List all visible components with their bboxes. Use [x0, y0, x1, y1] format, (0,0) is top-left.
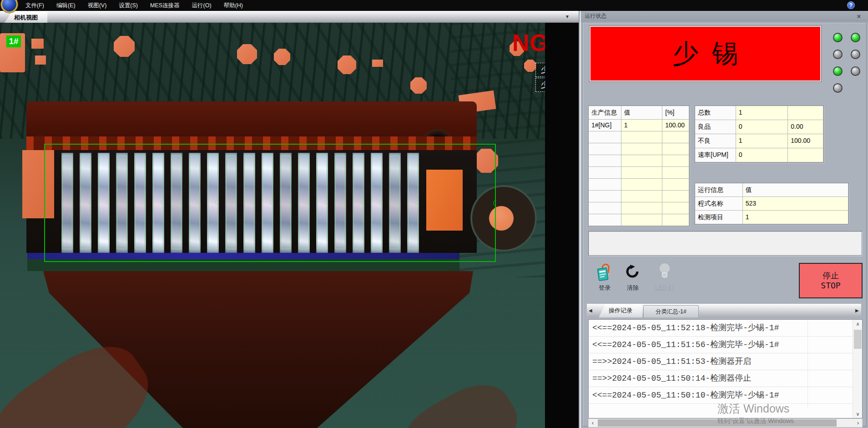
panel-title: 运行状态 [581, 11, 868, 21]
led-indicator-on [851, 33, 860, 42]
table-cell: 1 [621, 120, 663, 131]
table-cell [662, 155, 689, 167]
table-cell: 523 [743, 197, 848, 211]
tab-scroll-right-icon[interactable]: ▶ [855, 308, 859, 313]
table-row: 速率[UPM]0 [695, 148, 823, 162]
table-cell: 0.00 [788, 120, 823, 134]
panel-divider [579, 11, 581, 428]
stop-button[interactable]: 停止 STOP [799, 263, 863, 298]
scroll-up-icon[interactable]: ∧ [853, 320, 863, 328]
table-cell [662, 202, 689, 214]
menu-item-1[interactable]: 文件(F) [25, 2, 44, 10]
menu-item-4[interactable]: 设置(S) [119, 2, 138, 10]
table-cell: 程式名称 [695, 197, 743, 211]
log-vertical-scrollbar[interactable]: ∧ ∨ [853, 320, 862, 418]
help-icon[interactable]: ? [847, 1, 855, 9]
led-indicator-on [833, 66, 843, 76]
table-cell: 不良 [695, 134, 736, 148]
led-indicator-on [833, 33, 843, 42]
scroll-right-icon[interactable]: › [854, 419, 862, 427]
log-tab-strip: ◀ 操作记录 分类汇总-1# ▶ [587, 304, 861, 317]
menu-item-2[interactable]: 编辑(E) [56, 2, 76, 10]
log-column-divider [807, 320, 808, 409]
table-cell [621, 131, 663, 143]
table-cell: 生产信息 [589, 106, 621, 120]
table-cell: 值 [621, 106, 663, 120]
table-cell [589, 191, 621, 202]
pcb-camera-image[interactable]: 1# NG 少锡少锡 [0, 23, 545, 428]
app-window: 文件(F)编辑(E)视图(V)设置(S)MES连接器运行(O)帮助(H) ? 相… [0, 0, 868, 428]
table-cell [621, 214, 663, 226]
close-icon[interactable]: × [854, 12, 863, 20]
table-cell [662, 167, 689, 179]
table-row [589, 143, 689, 155]
table-row: 良品00.00 [695, 120, 823, 134]
led-light-button[interactable]: LED 灯 [652, 260, 677, 300]
table-cell [621, 191, 663, 202]
menu-item-6[interactable]: 运行(O) [192, 2, 212, 10]
vertical-scroll-thumb[interactable] [854, 330, 862, 349]
menu-item-5[interactable]: MES连接器 [150, 2, 180, 10]
stats-table: 总数1良品00.00不良1100.00速率[UPM]0 [695, 106, 824, 163]
table-cell [662, 179, 689, 191]
table-cell [662, 214, 689, 226]
table-cell [589, 179, 621, 191]
message-box[interactable] [588, 231, 862, 256]
led-indicator-off [833, 83, 843, 93]
windows-activation-watermark: 激活 Windows [717, 401, 789, 416]
menu-bar: 文件(F)编辑(E)视图(V)设置(S)MES连接器运行(O)帮助(H) ? [0, 0, 868, 11]
table-row: 1#[NG]1100.00 [589, 120, 689, 131]
table-cell: 良品 [695, 120, 736, 134]
table-cell: 1#[NG] [589, 120, 621, 131]
inspection-result-text: NG [512, 29, 545, 56]
run-status-panel: 运行状态 × 少锡 生产信息值[%]1#[NG]1100.00 总数1良品00.… [581, 11, 868, 428]
tab-camera-view[interactable]: 相机视图 [5, 12, 47, 23]
tab-operation-log[interactable]: 操作记录 [599, 304, 642, 317]
menu-item-3[interactable]: 视图(V) [88, 2, 107, 10]
tab-class-summary[interactable]: 分类汇总-1# [643, 305, 699, 317]
table-cell [788, 148, 823, 162]
badge-icon [596, 263, 613, 282]
result-banner-frame: 少锡 [589, 25, 822, 82]
led-indicator-off [851, 50, 860, 59]
table-cell [589, 143, 621, 155]
table-cell: 检测项目 [695, 211, 743, 224]
table-cell [662, 143, 689, 155]
login-button[interactable]: 登录 [595, 262, 615, 300]
table-cell: [%] [662, 106, 689, 120]
table-row: 不良1100.00 [695, 134, 823, 148]
table-row [589, 214, 689, 226]
table-row [589, 191, 689, 202]
table-cell [621, 155, 663, 167]
table-row: 程式名称523 [695, 197, 848, 211]
table-cell [788, 106, 823, 120]
table-row: 运行信息值 [695, 183, 848, 197]
table-cell [621, 179, 663, 191]
run-info-table: 运行信息值程式名称523检测项目1 [695, 183, 849, 225]
table-cell: 100.00 [662, 120, 689, 131]
table-cell [589, 214, 621, 226]
camera-tab-strip: 相机视图 ▼ [0, 11, 581, 23]
table-cell: 值 [743, 183, 848, 197]
table-row: 检测项目1 [695, 211, 848, 224]
scroll-left-icon[interactable]: ‹ [589, 419, 597, 427]
log-entry: <<==2024-05-05_11:52:18-检测完毕-少锡-1# [589, 320, 853, 337]
table-cell [621, 143, 663, 155]
table-cell: 总数 [695, 106, 736, 120]
camera-id-badge: 1# [6, 35, 21, 47]
menu-item-7[interactable]: 帮助(H) [224, 2, 243, 10]
table-cell: 0 [736, 120, 788, 134]
defect-label: 少锡 [535, 63, 545, 77]
table-cell: 1 [736, 106, 788, 120]
table-cell [662, 131, 689, 143]
table-cell: 1 [736, 134, 788, 148]
table-row [589, 155, 689, 167]
table-row: 生产信息值[%] [589, 106, 689, 120]
chevron-down-icon[interactable]: ▼ [565, 14, 570, 19]
windows-activation-watermark-sub: 转到“设置”以激活 Windows [717, 417, 794, 425]
scroll-down-icon[interactable]: ∨ [853, 410, 863, 418]
camera-view-panel: 1# NG 少锡少锡 [0, 23, 579, 428]
tab-scroll-left-icon[interactable]: ◀ [589, 308, 592, 313]
clear-button[interactable]: 清除 [623, 262, 643, 300]
table-cell [621, 202, 663, 214]
